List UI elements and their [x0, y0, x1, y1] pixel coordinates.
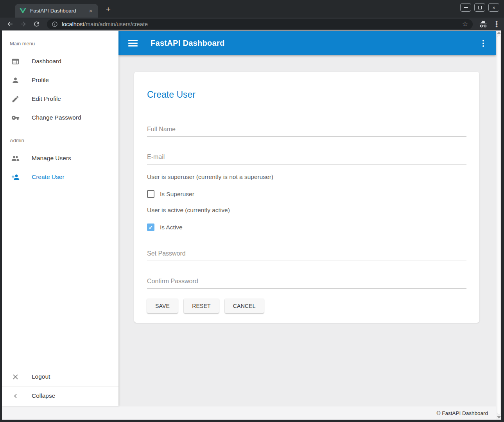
sidebar-item-create-user[interactable]: Create User: [2, 168, 118, 186]
back-button[interactable]: [5, 20, 14, 29]
sidebar-section-main-menu: Main menu: [2, 30, 118, 52]
sidebar-item-profile[interactable]: Profile: [2, 71, 118, 89]
is-superuser-checkbox[interactable]: [147, 190, 154, 198]
sidebar-item-label: Create User: [32, 173, 65, 181]
sidebar-item-label: Logout: [32, 373, 50, 380]
save-button[interactable]: SAVE: [147, 299, 178, 313]
sidebar-item-label: Manage Users: [32, 155, 71, 162]
sidebar-item-label: Edit Profile: [32, 95, 61, 102]
sidebar-item-dashboard[interactable]: Dashboard: [2, 52, 118, 71]
confirm-password-field[interactable]: Confirm Password: [147, 278, 466, 289]
forward-button[interactable]: [19, 20, 27, 29]
scrollbar-thumb[interactable]: [497, 36, 501, 415]
page-client: Main menu Dashboard Profile: [2, 30, 501, 420]
url-text: localhost/main/admin/users/create: [62, 21, 148, 27]
main-area: FastAPI Dashboard Create User Full Name …: [118, 30, 496, 406]
group-icon: [11, 154, 20, 163]
app-title: FastAPI Dashboard: [151, 39, 225, 48]
create-user-card: Create User Full Name E-mail User is sup…: [134, 72, 479, 323]
site-info-icon[interactable]: [52, 21, 58, 27]
maximize-button[interactable]: [474, 3, 485, 12]
url-host: localhost: [62, 21, 84, 27]
tab-close-icon[interactable]: ×: [87, 7, 94, 14]
sidebar-item-change-password[interactable]: Change Password: [2, 108, 118, 127]
pencil-icon: [11, 95, 20, 103]
minimize-button[interactable]: [460, 3, 471, 12]
app-header: FastAPI Dashboard: [118, 31, 496, 55]
vue-logo-icon: [20, 7, 26, 14]
confirm-password-label: Confirm Password: [147, 278, 198, 284]
set-password-label: Set Password: [147, 250, 186, 257]
cancel-button[interactable]: CANCEL: [225, 299, 264, 313]
sidebar: Main menu Dashboard Profile: [2, 30, 118, 406]
chevron-left-icon: [11, 392, 20, 400]
header-menu-icon[interactable]: [481, 38, 486, 48]
content-area: Create User Full Name E-mail User is sup…: [118, 55, 496, 406]
address-bar[interactable]: localhost/main/admin/users/create ☆: [47, 19, 473, 29]
full-name-field[interactable]: Full Name: [147, 126, 466, 137]
page-title: Create User: [147, 89, 466, 100]
close-icon: [11, 373, 20, 381]
scrollbar-down-icon[interactable]: [497, 416, 501, 418]
person-add-icon: [11, 173, 20, 181]
set-password-field[interactable]: Set Password: [147, 250, 466, 261]
scrollbar-up-icon[interactable]: [497, 32, 501, 34]
person-icon: [11, 76, 20, 84]
sidebar-item-collapse[interactable]: Collapse: [2, 386, 118, 405]
key-icon: [11, 114, 20, 122]
url-path: /main/admin/users/create: [84, 21, 148, 27]
browser-tab[interactable]: FastAPI Dashboard ×: [15, 4, 98, 18]
new-tab-button[interactable]: +: [103, 4, 114, 15]
tab-title: FastAPI Dashboard: [30, 8, 87, 14]
is-superuser-label: Is Superuser: [160, 191, 194, 198]
is-active-checkbox-row[interactable]: ✓ Is Active: [147, 224, 466, 231]
email-field[interactable]: E-mail: [147, 154, 466, 165]
sidebar-item-label: Dashboard: [32, 58, 61, 65]
sidebar-item-label: Profile: [32, 77, 49, 84]
full-name-label: Full Name: [147, 126, 176, 132]
is-active-label: Is Active: [160, 224, 183, 231]
is-active-checkbox[interactable]: ✓: [147, 224, 154, 231]
page-scrollbar[interactable]: [496, 30, 501, 420]
reload-button[interactable]: [32, 20, 41, 29]
browser-menu-icon[interactable]: •••: [493, 21, 500, 28]
hamburger-menu-icon[interactable]: [128, 40, 138, 46]
dashboard-icon: [11, 57, 20, 66]
sidebar-section-admin: Admin: [2, 131, 118, 149]
copyright-text: © FastAPI Dashboard: [436, 410, 488, 416]
sidebar-item-label: Collapse: [32, 392, 55, 399]
email-label: E-mail: [147, 154, 165, 160]
bookmark-star-icon[interactable]: ☆: [461, 20, 469, 28]
sidebar-item-edit-profile[interactable]: Edit Profile: [2, 89, 118, 108]
active-hint: User is active (currently active): [147, 207, 466, 214]
sidebar-item-logout[interactable]: Logout: [2, 367, 118, 386]
browser-window: FastAPI Dashboard × + × localhost/main/a…: [0, 0, 504, 422]
minimize-icon: [464, 7, 468, 8]
browser-toolbar: localhost/main/admin/users/create ☆ •••: [0, 18, 504, 30]
incognito-icon: [479, 20, 488, 29]
tab-strip: FastAPI Dashboard × + ×: [0, 0, 504, 18]
maximize-icon: [478, 6, 482, 9]
sidebar-bottom: Logout Collapse: [2, 367, 118, 406]
window-controls: ×: [460, 3, 499, 12]
sidebar-item-label: Change Password: [32, 114, 81, 121]
app-footer: © FastAPI Dashboard: [2, 406, 496, 420]
is-superuser-checkbox-row[interactable]: Is Superuser: [147, 190, 466, 198]
sidebar-item-manage-users[interactable]: Manage Users: [2, 149, 118, 168]
superuser-hint: User is superuser (currently is not a su…: [147, 173, 466, 181]
reset-button[interactable]: RESET: [184, 299, 219, 313]
close-window-button[interactable]: ×: [488, 3, 499, 12]
form-buttons: SAVE RESET CANCEL: [147, 299, 466, 313]
